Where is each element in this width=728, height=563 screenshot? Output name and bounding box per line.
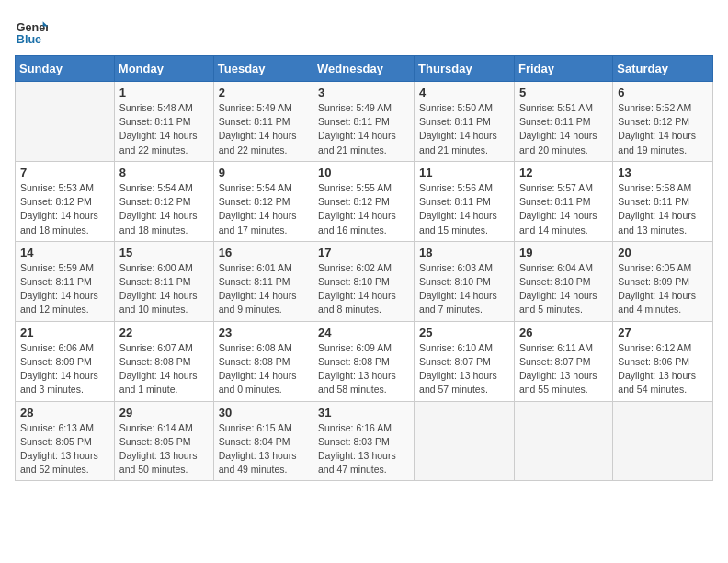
day-header-friday: Friday: [514, 56, 612, 82]
day-header-saturday: Saturday: [613, 56, 713, 82]
calendar-cell: 3Sunrise: 5:49 AM Sunset: 8:11 PM Daylig…: [313, 82, 415, 162]
day-detail: Sunrise: 6:13 AM Sunset: 8:05 PM Dayligh…: [20, 421, 109, 477]
calendar-cell: 9Sunrise: 5:54 AM Sunset: 8:12 PM Daylig…: [213, 161, 313, 241]
day-detail: Sunrise: 5:50 AM Sunset: 8:11 PM Dayligh…: [419, 101, 509, 157]
calendar-cell: 25Sunrise: 6:10 AM Sunset: 8:07 PM Dayli…: [415, 321, 515, 401]
calendar-cell: 7Sunrise: 5:53 AM Sunset: 8:12 PM Daylig…: [16, 161, 115, 241]
day-number: 2: [219, 86, 308, 99]
day-number: 23: [219, 326, 308, 339]
day-detail: Sunrise: 6:16 AM Sunset: 8:03 PM Dayligh…: [318, 421, 409, 477]
svg-text:Blue: Blue: [17, 33, 41, 46]
calendar-cell: 11Sunrise: 5:56 AM Sunset: 8:11 PM Dayli…: [415, 161, 515, 241]
day-header-monday: Monday: [114, 56, 213, 82]
calendar-cell: 20Sunrise: 6:05 AM Sunset: 8:09 PM Dayli…: [613, 241, 713, 321]
calendar-cell: 30Sunrise: 6:15 AM Sunset: 8:04 PM Dayli…: [213, 401, 313, 481]
day-detail: Sunrise: 5:51 AM Sunset: 8:11 PM Dayligh…: [519, 101, 608, 157]
calendar-cell: 12Sunrise: 5:57 AM Sunset: 8:11 PM Dayli…: [514, 161, 612, 241]
day-number: 28: [20, 406, 109, 419]
day-number: 9: [219, 166, 308, 179]
day-detail: Sunrise: 5:54 AM Sunset: 8:12 PM Dayligh…: [219, 181, 308, 237]
calendar-cell: 31Sunrise: 6:16 AM Sunset: 8:03 PM Dayli…: [313, 401, 415, 481]
day-number: 11: [419, 166, 509, 179]
day-number: 4: [419, 86, 509, 99]
calendar-cell: 17Sunrise: 6:02 AM Sunset: 8:10 PM Dayli…: [313, 241, 415, 321]
calendar-cell: [415, 401, 515, 481]
day-number: 24: [318, 326, 409, 339]
day-detail: Sunrise: 5:59 AM Sunset: 8:11 PM Dayligh…: [20, 261, 109, 317]
day-number: 29: [119, 406, 209, 419]
calendar-week-5: 28Sunrise: 6:13 AM Sunset: 8:05 PM Dayli…: [16, 401, 713, 481]
calendar-week-4: 21Sunrise: 6:06 AM Sunset: 8:09 PM Dayli…: [16, 321, 713, 401]
calendar-cell: 18Sunrise: 6:03 AM Sunset: 8:10 PM Dayli…: [415, 241, 515, 321]
calendar-table: SundayMondayTuesdayWednesdayThursdayFrid…: [15, 55, 713, 481]
day-detail: Sunrise: 6:14 AM Sunset: 8:05 PM Dayligh…: [119, 421, 209, 477]
day-number: 22: [119, 326, 209, 339]
day-number: 3: [318, 86, 409, 99]
day-header-thursday: Thursday: [415, 56, 515, 82]
day-detail: Sunrise: 5:53 AM Sunset: 8:12 PM Dayligh…: [20, 181, 109, 237]
calendar-cell: 1Sunrise: 5:48 AM Sunset: 8:11 PM Daylig…: [114, 82, 213, 162]
day-number: 16: [219, 246, 308, 259]
day-number: 5: [519, 86, 608, 99]
day-detail: Sunrise: 6:03 AM Sunset: 8:10 PM Dayligh…: [419, 261, 509, 317]
day-detail: Sunrise: 6:15 AM Sunset: 8:04 PM Dayligh…: [219, 421, 308, 477]
calendar-cell: 13Sunrise: 5:58 AM Sunset: 8:11 PM Dayli…: [613, 161, 713, 241]
calendar-cell: 19Sunrise: 6:04 AM Sunset: 8:10 PM Dayli…: [514, 241, 612, 321]
day-detail: Sunrise: 6:00 AM Sunset: 8:11 PM Dayligh…: [119, 261, 209, 317]
calendar-cell: [613, 401, 713, 481]
calendar-week-2: 7Sunrise: 5:53 AM Sunset: 8:12 PM Daylig…: [16, 161, 713, 241]
day-detail: Sunrise: 6:11 AM Sunset: 8:07 PM Dayligh…: [519, 341, 608, 397]
day-detail: Sunrise: 5:54 AM Sunset: 8:12 PM Dayligh…: [119, 181, 209, 237]
day-number: 26: [519, 326, 608, 339]
day-number: 8: [119, 166, 209, 179]
calendar-cell: 24Sunrise: 6:09 AM Sunset: 8:08 PM Dayli…: [313, 321, 415, 401]
day-number: 21: [20, 326, 109, 339]
day-number: 30: [219, 406, 308, 419]
day-detail: Sunrise: 6:05 AM Sunset: 8:09 PM Dayligh…: [618, 261, 708, 317]
day-detail: Sunrise: 5:49 AM Sunset: 8:11 PM Dayligh…: [219, 101, 308, 157]
calendar-cell: 14Sunrise: 5:59 AM Sunset: 8:11 PM Dayli…: [16, 241, 115, 321]
day-detail: Sunrise: 6:08 AM Sunset: 8:08 PM Dayligh…: [219, 341, 308, 397]
day-detail: Sunrise: 6:07 AM Sunset: 8:08 PM Dayligh…: [119, 341, 209, 397]
day-detail: Sunrise: 6:10 AM Sunset: 8:07 PM Dayligh…: [419, 341, 509, 397]
day-number: 13: [618, 166, 708, 179]
calendar-cell: 29Sunrise: 6:14 AM Sunset: 8:05 PM Dayli…: [114, 401, 213, 481]
day-detail: Sunrise: 6:02 AM Sunset: 8:10 PM Dayligh…: [318, 261, 409, 317]
day-number: 12: [519, 166, 608, 179]
calendar-cell: 23Sunrise: 6:08 AM Sunset: 8:08 PM Dayli…: [213, 321, 313, 401]
calendar-cell: 10Sunrise: 5:55 AM Sunset: 8:12 PM Dayli…: [313, 161, 415, 241]
calendar-week-1: 1Sunrise: 5:48 AM Sunset: 8:11 PM Daylig…: [16, 82, 713, 162]
day-detail: Sunrise: 5:55 AM Sunset: 8:12 PM Dayligh…: [318, 181, 409, 237]
calendar-cell: 27Sunrise: 6:12 AM Sunset: 8:06 PM Dayli…: [613, 321, 713, 401]
day-number: 17: [318, 246, 409, 259]
day-number: 19: [519, 246, 608, 259]
day-number: 27: [618, 326, 708, 339]
page-header: General Blue: [15, 15, 713, 48]
calendar-cell: 16Sunrise: 6:01 AM Sunset: 8:11 PM Dayli…: [213, 241, 313, 321]
day-detail: Sunrise: 6:06 AM Sunset: 8:09 PM Dayligh…: [20, 341, 109, 397]
day-number: 6: [618, 86, 708, 99]
day-number: 7: [20, 166, 109, 179]
logo-icon: General Blue: [15, 15, 48, 48]
day-number: 20: [618, 246, 708, 259]
calendar-cell: [514, 401, 612, 481]
calendar-cell: 15Sunrise: 6:00 AM Sunset: 8:11 PM Dayli…: [114, 241, 213, 321]
day-detail: Sunrise: 6:12 AM Sunset: 8:06 PM Dayligh…: [618, 341, 708, 397]
calendar-cell: 2Sunrise: 5:49 AM Sunset: 8:11 PM Daylig…: [213, 82, 313, 162]
day-number: 31: [318, 406, 409, 419]
day-number: 1: [119, 86, 209, 99]
calendar-header: SundayMondayTuesdayWednesdayThursdayFrid…: [16, 56, 713, 82]
day-detail: Sunrise: 6:01 AM Sunset: 8:11 PM Dayligh…: [219, 261, 308, 317]
calendar-cell: 8Sunrise: 5:54 AM Sunset: 8:12 PM Daylig…: [114, 161, 213, 241]
day-number: 14: [20, 246, 109, 259]
day-detail: Sunrise: 6:09 AM Sunset: 8:08 PM Dayligh…: [318, 341, 409, 397]
day-header-tuesday: Tuesday: [213, 56, 313, 82]
day-number: 10: [318, 166, 409, 179]
calendar-cell: 26Sunrise: 6:11 AM Sunset: 8:07 PM Dayli…: [514, 321, 612, 401]
day-header-sunday: Sunday: [16, 56, 115, 82]
day-detail: Sunrise: 5:49 AM Sunset: 8:11 PM Dayligh…: [318, 101, 409, 157]
day-detail: Sunrise: 6:04 AM Sunset: 8:10 PM Dayligh…: [519, 261, 608, 317]
day-number: 18: [419, 246, 509, 259]
calendar-cell: 21Sunrise: 6:06 AM Sunset: 8:09 PM Dayli…: [16, 321, 115, 401]
day-header-wednesday: Wednesday: [313, 56, 415, 82]
